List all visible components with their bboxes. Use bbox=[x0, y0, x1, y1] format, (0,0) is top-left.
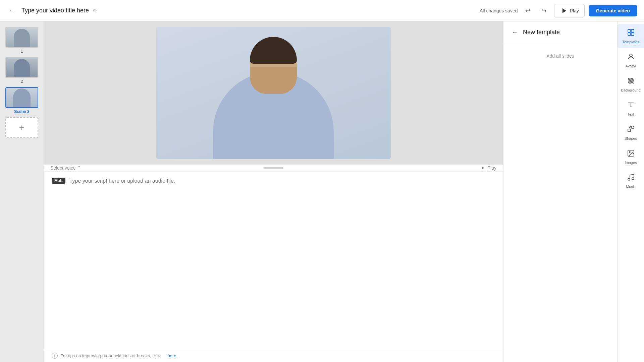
shapes-icon bbox=[627, 125, 635, 135]
info-icon: i bbox=[52, 353, 58, 359]
hint-link[interactable]: here bbox=[167, 353, 176, 358]
sidebar-label-templates: Templates bbox=[622, 40, 639, 44]
sidebar-item-shapes[interactable]: Shapes bbox=[618, 121, 644, 145]
text-icon bbox=[627, 101, 635, 111]
avatar-tag: Matt bbox=[52, 178, 65, 184]
sidebar-item-background[interactable]: Background bbox=[618, 72, 644, 97]
avatar-icon bbox=[627, 53, 635, 63]
sidebar-label-text: Text bbox=[627, 112, 634, 116]
sidebar-item-images[interactable]: Images bbox=[618, 145, 644, 169]
svg-rect-0 bbox=[628, 29, 631, 32]
music-icon bbox=[627, 173, 635, 183]
slides-panel: 1 2 Scene 3 + bbox=[0, 21, 44, 362]
sidebar-label-shapes: Shapes bbox=[625, 136, 637, 140]
sidebar-item-avatar[interactable]: Avatar bbox=[618, 48, 644, 72]
template-header: ← New template bbox=[503, 21, 617, 43]
images-icon bbox=[627, 149, 635, 159]
canvas-preview bbox=[44, 21, 503, 164]
topbar: ← Type your video title here ✏ All chang… bbox=[0, 0, 644, 21]
svg-rect-3 bbox=[631, 33, 634, 36]
main-layout: 1 2 Scene 3 + bbox=[0, 21, 644, 362]
slide-thumb-img-2 bbox=[5, 57, 38, 78]
script-row: Matt bbox=[52, 177, 495, 193]
sidebar-item-text[interactable]: Text bbox=[618, 97, 644, 121]
slide-thumb-3[interactable]: Scene 3 bbox=[5, 87, 38, 114]
generate-video-button[interactable]: Generate video bbox=[589, 5, 637, 16]
template-back-button[interactable]: ← bbox=[510, 27, 520, 37]
background-icon bbox=[627, 77, 635, 87]
add-all-slides-button[interactable]: Add all slides bbox=[509, 50, 612, 62]
svg-point-16 bbox=[628, 178, 630, 180]
sidebar-label-music: Music bbox=[626, 185, 636, 189]
slide-thumb-1[interactable]: 1 bbox=[5, 27, 38, 54]
slide-thumb-img-3 bbox=[5, 87, 38, 108]
sidebar-item-templates[interactable]: Templates bbox=[618, 24, 644, 48]
template-title: New template bbox=[523, 29, 560, 36]
undo-button[interactable]: ↩ bbox=[522, 5, 534, 17]
play-button[interactable]: Play bbox=[554, 4, 585, 17]
sidebar-label-avatar: Avatar bbox=[626, 64, 636, 68]
svg-point-4 bbox=[630, 54, 632, 57]
sidebar-label-background: Background bbox=[621, 88, 641, 92]
back-button[interactable]: ← bbox=[7, 5, 17, 16]
templates-icon bbox=[627, 28, 635, 39]
script-play-icon bbox=[480, 165, 485, 171]
svg-rect-12 bbox=[628, 129, 631, 132]
slide-thumb-2[interactable]: 2 bbox=[5, 57, 38, 84]
svg-point-15 bbox=[629, 152, 630, 153]
canvas-frame[interactable] bbox=[156, 27, 391, 159]
play-icon bbox=[560, 7, 568, 15]
script-top-bar: Select voice ⌃ Play bbox=[44, 165, 503, 172]
right-sidebar: Templates Avatar Background bbox=[617, 21, 644, 362]
thumb-person-1 bbox=[6, 27, 38, 47]
svg-rect-1 bbox=[631, 29, 634, 32]
slide-thumb-img-1 bbox=[5, 27, 38, 48]
save-status: All changes saved bbox=[480, 8, 518, 13]
script-hint: i For tips on improving pronunciations o… bbox=[44, 349, 503, 362]
script-textarea[interactable] bbox=[69, 177, 495, 193]
script-play-button[interactable]: Play bbox=[480, 165, 496, 171]
edit-title-icon[interactable]: ✏ bbox=[93, 7, 97, 14]
slide-label-1: 1 bbox=[21, 49, 23, 54]
voice-selector[interactable]: Select voice ⌃ bbox=[50, 165, 81, 171]
slide-label-2: 2 bbox=[21, 79, 23, 84]
canvas-area: Select voice ⌃ Play Matt i For tips on i… bbox=[44, 21, 503, 362]
video-title: Type your video title here bbox=[21, 7, 89, 14]
svg-rect-2 bbox=[628, 33, 631, 36]
sidebar-label-images: Images bbox=[625, 161, 637, 165]
sidebar-item-music[interactable]: Music bbox=[618, 169, 644, 193]
script-panel: Select voice ⌃ Play Matt i For tips on i… bbox=[44, 164, 503, 362]
slide-label-3: Scene 3 bbox=[14, 109, 29, 114]
template-panel: ← New template Add all slides bbox=[503, 21, 617, 362]
add-slide-button[interactable]: + bbox=[5, 117, 38, 138]
svg-point-17 bbox=[632, 178, 634, 180]
avatar-background bbox=[156, 27, 391, 159]
script-body: Matt bbox=[44, 172, 503, 349]
voice-chevron-icon: ⌃ bbox=[77, 165, 81, 171]
script-drag-handle[interactable] bbox=[263, 167, 283, 169]
redo-button[interactable]: ↪ bbox=[538, 5, 550, 17]
